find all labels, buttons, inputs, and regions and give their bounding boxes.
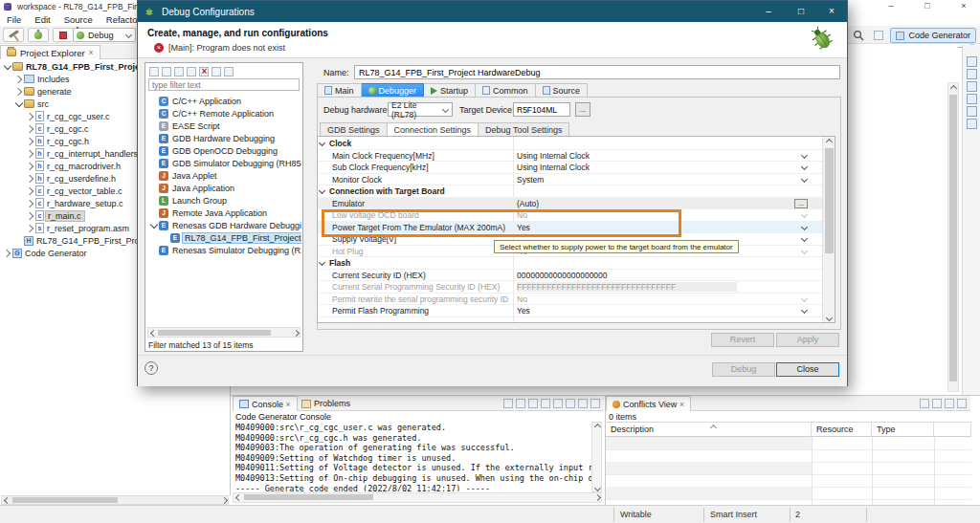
tree-item-remote-java-application[interactable]: JRemote Java Application	[146, 207, 301, 219]
expand-arrow[interactable]	[26, 186, 35, 196]
apply-button[interactable]: Apply	[776, 333, 839, 347]
expand-arrow[interactable]	[14, 75, 24, 84]
expand-arrow[interactable]	[14, 99, 24, 109]
tree-item-gdb-openocd-debugging[interactable]: EGDB OpenOCD Debugging	[146, 144, 301, 157]
tab-project-explorer[interactable]: Project Explorer ×	[0, 45, 100, 59]
tab-console[interactable]: Console ×	[233, 396, 298, 411]
display-selected-icon[interactable]	[553, 399, 563, 408]
scroll-up-icon[interactable]	[824, 138, 833, 145]
scroll-left-icon[interactable]	[234, 493, 242, 501]
expand-arrow[interactable]	[26, 162, 35, 171]
collapse-all-icon[interactable]	[212, 67, 221, 76]
chevron-down-icon[interactable]	[801, 247, 808, 253]
settings-row-main-clock-frequency-mhz[interactable]: Main Clock Frequency[MHz]Using Internal …	[318, 150, 823, 163]
perspective-button-code-generator[interactable]: Code Generator	[890, 28, 976, 43]
delete-icon[interactable]	[199, 67, 209, 76]
tree-item-launch-group[interactable]: LLaunch Group	[146, 194, 301, 207]
window-close-button[interactable]: ×	[949, 0, 978, 12]
expand-arrow[interactable]	[26, 149, 35, 159]
expand-arrow[interactable]	[149, 221, 159, 230]
expand-arrow[interactable]	[14, 87, 24, 97]
new-configuration-icon[interactable]	[149, 67, 159, 76]
expand-arrow[interactable]	[3, 249, 12, 258]
open-perspective-icon[interactable]	[874, 31, 883, 40]
settings-row-permit-flash-programming[interactable]: Permit Flash ProgrammingYes	[318, 305, 823, 317]
setting-value[interactable]: System	[517, 175, 737, 185]
name-input[interactable]	[354, 65, 840, 79]
chevron-down-icon[interactable]	[801, 223, 808, 229]
settings-row-emulator[interactable]: Emulator(Auto)...	[318, 198, 823, 210]
dialog-close-button[interactable]: ×	[816, 1, 847, 22]
setting-value[interactable]: No	[517, 210, 737, 220]
view-menu-icon[interactable]	[932, 399, 942, 408]
subtab-connection-settings[interactable]: Connection Settings	[388, 122, 479, 137]
clear-console-icon[interactable]	[503, 399, 513, 408]
settings-vscrollbar[interactable]	[822, 137, 835, 322]
window-maximize-button[interactable]: □	[913, 0, 942, 12]
window-minimize-button[interactable]: –	[877, 0, 905, 12]
tree-item-c-c-remote-application[interactable]: CC/C++ Remote Application	[146, 107, 301, 120]
settings-row-low-voltage-ocd-board[interactable]: Low voltage OCD boardNo	[318, 209, 823, 222]
column-header-empty[interactable]	[934, 423, 971, 437]
scroll-up-icon[interactable]	[592, 423, 601, 430]
settings-row-permit-rewrite-the-serial-programming-secu[interactable]: Permit rewrite the serial programming se…	[318, 294, 823, 306]
expand-arrow[interactable]	[26, 124, 35, 134]
export-icon[interactable]	[174, 67, 184, 76]
scroll-right-icon[interactable]	[219, 496, 228, 504]
filter-icon[interactable]	[920, 399, 929, 408]
tree-item-renesas-simulator-debugging-rx-rl78[interactable]: ERenesas Simulator Debugging (RX, RL78)	[146, 244, 301, 256]
setting-value[interactable]: FFFFFFFFFFFFFFFFFFFFFFFFFFFFFFFF	[517, 282, 737, 292]
setting-value[interactable]: Yes	[517, 306, 737, 316]
console-output[interactable]: M0409000:src\r_cg_cgc_user.c was generat…	[235, 423, 591, 491]
close-icon[interactable]: ×	[679, 400, 684, 409]
tab-common[interactable]: Common	[476, 83, 536, 98]
minimized-view-icon[interactable]	[967, 81, 977, 92]
dialog-titlebar[interactable]: Debug Configurations	[138, 1, 847, 22]
build-button[interactable]	[3, 28, 24, 42]
menu-edit[interactable]: Edit	[28, 14, 56, 25]
console-vscrollbar[interactable]	[591, 422, 602, 492]
word-wrap-icon[interactable]	[528, 399, 538, 408]
tab-conflicts-view[interactable]: Conflicts View ×	[606, 396, 691, 411]
close-button[interactable]: Close	[776, 362, 839, 377]
settings-row-monitor-clock[interactable]: Monitor ClockSystem	[318, 174, 823, 186]
tab-main[interactable]: Main	[317, 83, 362, 98]
minimize-icon[interactable]	[945, 399, 954, 408]
tree-hscrollbar[interactable]	[147, 327, 301, 338]
tree-item-java-applet[interactable]: JJava Applet	[146, 169, 301, 182]
menu-source[interactable]: Source	[57, 14, 100, 25]
chevron-down-icon[interactable]	[801, 163, 808, 170]
dialog-maximize-button[interactable]: □	[786, 1, 816, 22]
expand-arrow[interactable]	[26, 211, 35, 221]
chevron-down-icon[interactable]	[801, 151, 808, 158]
help-button[interactable]: ?	[145, 361, 158, 375]
section-collapse-icon[interactable]	[319, 187, 325, 194]
tree-item-java-application[interactable]: JJava Application	[146, 182, 301, 194]
expand-arrow[interactable]	[26, 112, 35, 121]
close-icon[interactable]: ×	[89, 48, 94, 57]
terminate-button[interactable]	[53, 28, 74, 42]
filter-input[interactable]	[148, 78, 300, 91]
scrollbar-thumb[interactable]	[825, 148, 834, 253]
tree-item-rl78-g14-fpb-first-project-hardwared[interactable]: ERL78_G14_FPB_First_Project HardwareD	[146, 231, 301, 244]
scrollbar-thumb[interactable]	[12, 497, 118, 503]
chevron-down-icon[interactable]	[801, 235, 808, 242]
settings-row-current-serial-programming-security-id-hex[interactable]: Current Serial Programming Security ID (…	[318, 281, 823, 294]
chevron-down-icon[interactable]	[801, 294, 808, 301]
revert-button[interactable]: Revert	[711, 333, 774, 347]
tab-problems[interactable]: Problems	[296, 396, 356, 411]
tab-debugger[interactable]: Debugger	[362, 83, 425, 98]
target-device-input[interactable]	[513, 102, 570, 117]
project-explorer-hscrollbar[interactable]	[1, 495, 229, 505]
setting-value[interactable]: (Auto)	[517, 199, 737, 208]
filter-menu-icon[interactable]	[224, 67, 234, 76]
expand-arrow[interactable]	[26, 224, 35, 233]
conflicts-table[interactable]: Description Resource Type	[606, 422, 971, 505]
expand-arrow[interactable]	[3, 62, 12, 72]
maximize-icon[interactable]	[590, 399, 600, 408]
target-device-browse-button[interactable]: ...	[575, 102, 590, 117]
scroll-up-icon[interactable]	[948, 84, 957, 92]
tree-item-renesas-gdb-hardware-debugging[interactable]: ERenesas GDB Hardware Debugging	[146, 219, 301, 231]
setting-value[interactable]: Yes	[517, 223, 737, 232]
expand-arrow[interactable]	[26, 137, 35, 146]
